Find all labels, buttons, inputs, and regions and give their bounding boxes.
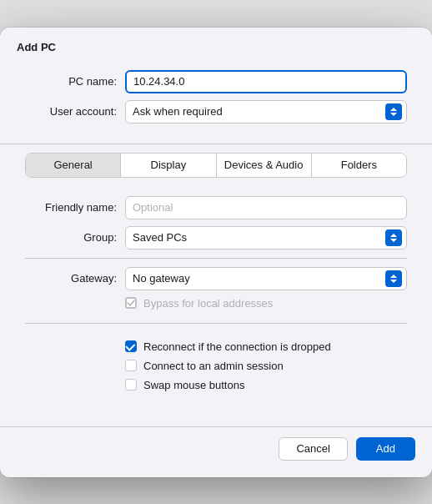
group-select[interactable]: Saved PCs (125, 226, 407, 249)
friendly-name-row: Friendly name: Optional (25, 196, 407, 219)
cancel-button[interactable]: Cancel (279, 437, 347, 461)
user-account-select[interactable]: Ask when required Add User Account... (125, 100, 407, 123)
swap-mouse-label: Swap mouse buttons (143, 379, 244, 391)
tabs-section: General Display Devices & Audio Folders (0, 144, 432, 186)
group-row: Group: Saved PCs (25, 226, 407, 249)
top-section: PC name: User account: Ask when required… (0, 62, 432, 144)
reconnect-checkbox[interactable] (125, 340, 137, 352)
gateway-select[interactable]: No gateway (125, 267, 407, 290)
dialog-title: Add PC (17, 41, 56, 53)
bypass-label: Bypass for local addresses (143, 297, 273, 310)
bottom-bar: Cancel Add (0, 426, 432, 477)
tab-devices-audio[interactable]: Devices & Audio (217, 154, 312, 177)
mid-divider-2 (25, 323, 407, 324)
mid-divider-1 (25, 258, 407, 259)
reconnect-row: Reconnect if the connection is dropped (125, 340, 407, 353)
flex-spacer (0, 410, 432, 426)
tab-bar: General Display Devices & Audio Folders (25, 153, 407, 178)
checkbox-group: Reconnect if the connection is dropped C… (25, 332, 407, 400)
tab-display[interactable]: Display (121, 154, 216, 177)
group-select-wrapper: Saved PCs (125, 226, 407, 249)
gateway-label: Gateway: (25, 272, 117, 285)
user-account-row: User account: Ask when required Add User… (25, 100, 407, 123)
admin-session-checkbox[interactable] (125, 360, 137, 371)
admin-session-label: Connect to an admin session (143, 360, 284, 372)
main-section: Friendly name: Optional Group: Saved PCs (0, 186, 432, 410)
swap-mouse-row: Swap mouse buttons (125, 379, 407, 391)
user-account-select-wrapper: Ask when required Add User Account... (125, 100, 407, 123)
bypass-checkmark-icon (125, 297, 137, 309)
pc-name-row: PC name: (25, 70, 407, 93)
friendly-name-placeholder: Optional (133, 201, 173, 214)
pc-name-input[interactable] (125, 70, 407, 93)
tab-general[interactable]: General (26, 154, 121, 177)
gateway-select-wrapper: No gateway (125, 267, 407, 290)
swap-mouse-checkbox[interactable] (125, 379, 137, 391)
admin-session-row: Connect to an admin session (125, 360, 407, 372)
title-bar: Add PC (0, 28, 432, 62)
friendly-name-label: Friendly name: (25, 201, 117, 214)
tab-folders[interactable]: Folders (312, 154, 406, 177)
user-account-label: User account: (25, 105, 117, 118)
group-label: Group: (25, 231, 117, 244)
pc-name-label: PC name: (25, 75, 117, 88)
add-pc-dialog: Add PC PC name: User account: Ask when r… (0, 28, 432, 477)
add-button[interactable]: Add (356, 437, 415, 461)
reconnect-label: Reconnect if the connection is dropped (143, 340, 331, 353)
bypass-row: Bypass for local addresses (25, 297, 407, 315)
gateway-row: Gateway: No gateway (25, 267, 407, 290)
friendly-name-input[interactable]: Optional (125, 196, 407, 219)
